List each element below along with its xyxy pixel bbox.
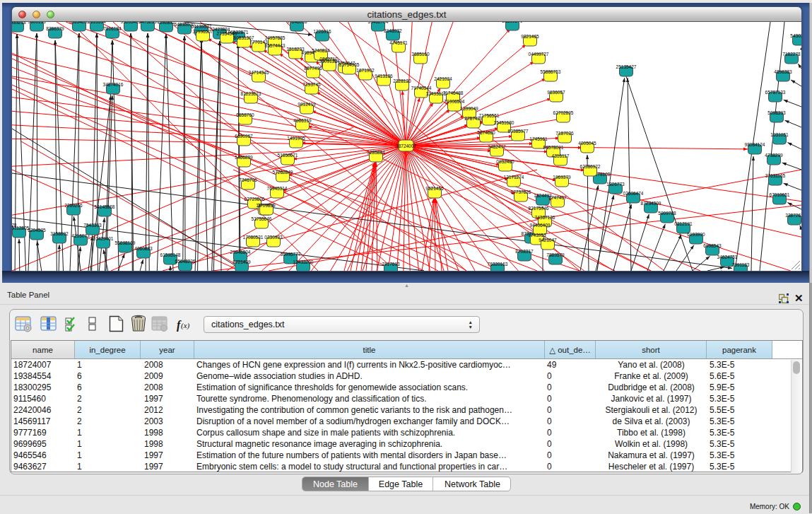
svg-text:(x): (x) [181,321,190,330]
